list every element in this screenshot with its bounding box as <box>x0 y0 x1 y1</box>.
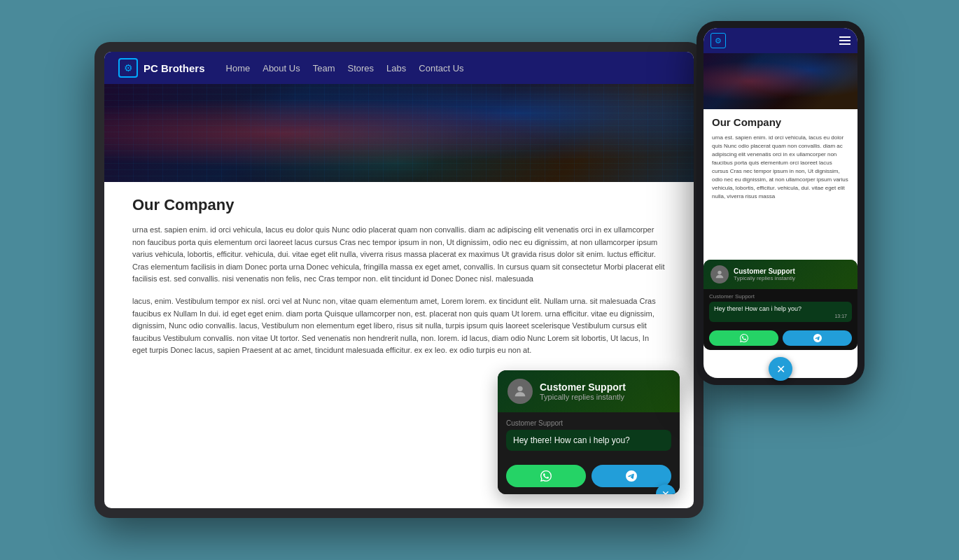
phone-whatsapp-icon <box>740 334 748 342</box>
phone-hero-image <box>704 53 858 109</box>
phone-chat-header: Customer Support Typically replies insta… <box>704 260 858 289</box>
whatsapp-icon <box>540 470 552 482</box>
phone-navbar: ⚙ <box>704 28 858 53</box>
tablet-paragraph-2: lacus, enim. Vestibulum tempor ex nisl. … <box>132 295 666 357</box>
phone-chat-message-text: Hey there! How can i help you? <box>714 305 802 312</box>
nav-link-about[interactable]: About Us <box>262 63 300 74</box>
tablet-chat-support-name: Customer Support <box>540 382 670 393</box>
scene: ⚙ PC Brothers Home About Us Team Stores … <box>94 21 864 539</box>
tablet-logo-icon: ⚙ <box>118 58 138 78</box>
phone-chat-body: Customer Support Hey there! How can i he… <box>704 289 858 326</box>
phone-chat-support-name: Customer Support <box>734 267 795 275</box>
tablet-chat-buttons <box>498 458 680 494</box>
tablet-screen: ⚙ PC Brothers Home About Us Team Stores … <box>104 52 694 508</box>
tablet-logo-text: PC Brothers <box>144 62 205 74</box>
nav-link-stores[interactable]: Stores <box>348 63 374 74</box>
tablet-chat-body: Customer Support Hey there! How can i he… <box>498 412 680 458</box>
phone-chat-buttons <box>704 326 858 350</box>
svg-point-0 <box>517 386 522 391</box>
phone-device: ⚙ Our Company urna est. sapien enim. id … <box>696 21 864 385</box>
nav-link-home[interactable]: Home <box>226 63 251 74</box>
phone-hamburger-menu[interactable] <box>839 36 850 45</box>
tablet-chat-message-label: Customer Support <box>506 419 671 427</box>
hamburger-line-3 <box>839 43 850 45</box>
tablet-whatsapp-button[interactable] <box>506 465 586 487</box>
phone-telegram-icon <box>813 334 822 342</box>
phone-screen: ⚙ Our Company urna est. sapien enim. id … <box>704 28 858 378</box>
telegram-icon <box>626 470 637 482</box>
tablet-nav-links: Home About Us Team Stores Labs Contact U… <box>226 63 464 74</box>
tablet-logo-area: ⚙ PC Brothers <box>118 58 205 78</box>
nav-link-labs[interactable]: Labs <box>386 63 406 74</box>
phone-page-title: Our Company <box>712 116 849 128</box>
phone-content-text: urna est. sapien enim. id orci vehicula,… <box>712 134 849 201</box>
tablet-hero-overlay <box>104 84 694 182</box>
phone-chat-support-status: Typically replies instantly <box>734 275 795 281</box>
phone-chat-time: 13:17 <box>714 314 847 318</box>
tablet-chat-avatar <box>507 379 533 404</box>
tablet-navbar: ⚙ PC Brothers Home About Us Team Stores … <box>104 52 694 84</box>
tablet-chat-support-status: Typically replies instantly <box>540 393 670 401</box>
phone-chat-popup: Customer Support Typically replies insta… <box>704 260 858 350</box>
phone-logo-icon: ⚙ <box>710 33 726 48</box>
phone-chat-header-info: Customer Support Typically replies insta… <box>734 267 795 281</box>
nav-link-team[interactable]: Team <box>313 63 335 74</box>
tablet-telegram-button[interactable] <box>592 465 671 487</box>
phone-chat-close-button[interactable]: ✕ <box>769 357 792 378</box>
tablet-chat-popup: Customer Support Typically replies insta… <box>498 370 680 494</box>
tablet-chat-header: Customer Support Typically replies insta… <box>498 370 680 412</box>
tablet-chat-message-bubble: Hey there! How can i help you? <box>506 430 671 451</box>
tablet-paragraph-1: urna est. sapien enim. id orci vehicula,… <box>132 224 666 286</box>
tablet-device: ⚙ PC Brothers Home About Us Team Stores … <box>94 42 704 518</box>
phone-telegram-button[interactable] <box>783 330 852 346</box>
phone-chat-message-label: Customer Support <box>709 293 852 300</box>
phone-whatsapp-button[interactable] <box>709 330 778 346</box>
tablet-page-title: Our Company <box>132 196 666 214</box>
hamburger-line-1 <box>839 36 850 38</box>
tablet-content-area: Our Company urna est. sapien enim. id or… <box>104 182 694 508</box>
nav-link-contact[interactable]: Contact Us <box>419 63 463 74</box>
tablet-hero-image <box>104 84 694 182</box>
phone-chat-message-bubble: Hey there! How can i help you? 13:17 <box>709 302 852 322</box>
tablet-chat-message-text: Hey there! How can i help you? <box>513 435 630 445</box>
tablet-chat-header-info: Customer Support Typically replies insta… <box>540 382 670 401</box>
phone-chat-avatar <box>710 265 729 284</box>
hamburger-line-2 <box>839 40 850 41</box>
svg-point-1 <box>718 271 721 274</box>
